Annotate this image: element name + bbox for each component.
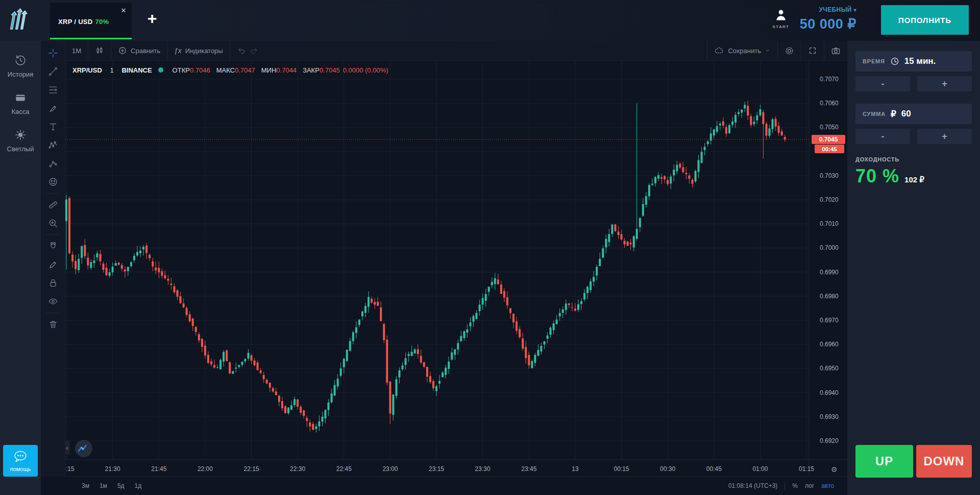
- compare-plus-icon: [118, 46, 127, 55]
- interval-button[interactable]: 1М: [65, 41, 88, 60]
- tab-close-icon[interactable]: ✕: [119, 7, 128, 15]
- tool-lock[interactable]: [41, 274, 65, 292]
- compare-button[interactable]: Сравнить: [111, 41, 167, 60]
- account-info[interactable]: УЧЕБНЫЙ ▾ 50 000 ₽: [796, 6, 856, 32]
- clock-icon: [890, 57, 899, 66]
- account-start[interactable]: START: [770, 8, 792, 29]
- legend-high: 0.7047: [235, 66, 255, 74]
- tool-smiley[interactable]: [41, 173, 65, 191]
- time-minus-button[interactable]: -: [855, 76, 910, 91]
- svg-text:00:45: 00:45: [706, 465, 722, 473]
- svg-text:0.7000: 0.7000: [820, 244, 839, 251]
- snapshot-button[interactable]: [824, 41, 847, 60]
- legend-change: 0.0000 (0.00%): [343, 66, 388, 74]
- clock-utc[interactable]: 01:08:14 (UTC+3): [728, 482, 777, 489]
- payout-percent: 70 %: [855, 166, 899, 187]
- save-layout-button[interactable]: Сохранить: [707, 41, 778, 60]
- tool-ruler[interactable]: [41, 196, 65, 214]
- range-button[interactable]: 1д: [135, 482, 142, 489]
- svg-text:0.7045: 0.7045: [819, 136, 838, 143]
- fullscreen-button[interactable]: [801, 41, 824, 60]
- pattern-icon: [48, 140, 58, 150]
- tool-eye[interactable]: [41, 292, 65, 311]
- range-button[interactable]: 3м: [82, 482, 89, 489]
- draw-icon: [48, 260, 58, 270]
- candles-icon: [95, 46, 104, 55]
- svg-text:22:30: 22:30: [290, 465, 305, 473]
- svg-text:0.6990: 0.6990: [820, 269, 839, 276]
- amount-plus-button[interactable]: +: [917, 129, 972, 144]
- down-button[interactable]: DOWN: [916, 445, 972, 478]
- chevron-down-icon: ▾: [854, 7, 856, 13]
- tool-text[interactable]: [41, 117, 65, 136]
- tool-crosshair[interactable]: [41, 44, 65, 62]
- svg-text:0.6920: 0.6920: [820, 437, 839, 444]
- amount-box[interactable]: СУММА ₽ 60: [855, 104, 972, 124]
- legend-close: 0.7045: [320, 66, 340, 74]
- amount-minus-button[interactable]: -: [855, 129, 910, 144]
- tool-brush[interactable]: [41, 99, 65, 117]
- svg-text:22:15: 22:15: [243, 465, 259, 473]
- range-button[interactable]: 5д: [117, 482, 125, 489]
- sidebar-item-history[interactable]: История: [0, 54, 41, 78]
- start-label: START: [770, 25, 792, 29]
- tab-title: XRP / USD70%: [58, 18, 109, 26]
- time-axis[interactable]: :1521:3021:4522:0022:1522:3022:4523:0023…: [66, 465, 838, 474]
- help-button[interactable]: помощь: [3, 445, 38, 477]
- chart-settings-button[interactable]: [778, 41, 801, 60]
- tool-trendline[interactable]: [41, 62, 65, 81]
- undo-redo-group: [230, 41, 265, 60]
- deposit-button[interactable]: ПОПОЛНИТЬ: [881, 5, 969, 35]
- price-axis[interactable]: 0.70700.70600.70500.70300.70200.70100.70…: [820, 76, 839, 444]
- tool-draw[interactable]: [41, 255, 65, 274]
- payout-label: ДОХОДНОСТЬ: [855, 156, 972, 162]
- current-price-badge: 0.7045: [812, 135, 845, 144]
- chart-toolbar: 1М Сравнить ƒx Индикаторы: [65, 41, 847, 61]
- amount-value: 60: [901, 109, 911, 119]
- svg-text:13: 13: [572, 465, 579, 473]
- tool-pattern[interactable]: [41, 136, 65, 154]
- time-plus-button[interactable]: +: [917, 76, 972, 91]
- tool-forecast[interactable]: [41, 154, 65, 173]
- range-button[interactable]: 1м: [100, 482, 107, 489]
- log-scale-toggle[interactable]: лог: [805, 482, 814, 489]
- chart-legend[interactable]: XRP/USD ·1 ·BINANCE ОТКР0.7046 МАКС0.704…: [72, 65, 388, 75]
- left-sidebar: История Касса Светлый: [0, 41, 41, 495]
- tool-magnet[interactable]: [41, 237, 65, 255]
- history-icon: [14, 54, 27, 66]
- brand-logo-icon[interactable]: [5, 7, 34, 34]
- undo-icon[interactable]: [237, 46, 246, 55]
- svg-text:23:00: 23:00: [382, 465, 398, 473]
- eye-icon: [48, 296, 58, 307]
- svg-text:0.6960: 0.6960: [820, 341, 839, 348]
- lock-icon: [48, 278, 58, 288]
- svg-text:00:15: 00:15: [614, 465, 629, 473]
- tab-xrp-usd[interactable]: XRP / USD70% ✕: [50, 3, 132, 39]
- top-bar: XRP / USD70% ✕ + START УЧЕБНЫЙ ▾ 50 000 …: [0, 0, 980, 41]
- add-tab-button[interactable]: +: [143, 9, 161, 28]
- time-box[interactable]: ВРЕМЯ 15 мин.: [855, 51, 972, 72]
- redo-icon[interactable]: [250, 46, 259, 55]
- svg-text:0.7020: 0.7020: [820, 196, 839, 203]
- tool-trash[interactable]: [41, 315, 65, 334]
- chart-watermark-icon[interactable]: [75, 440, 92, 457]
- brush-icon: [48, 103, 58, 113]
- up-button[interactable]: UP: [855, 445, 913, 478]
- ruler-icon: [48, 200, 58, 210]
- user-icon: [774, 8, 788, 21]
- tool-fib[interactable]: [41, 81, 65, 99]
- percent-scale-toggle[interactable]: %: [792, 482, 798, 489]
- sidebar-item-theme[interactable]: Светлый: [0, 129, 41, 153]
- sidebar-item-cashier[interactable]: Касса: [0, 91, 41, 115]
- candlestick-chart[interactable]: 0.70700.70600.70500.70300.70200.70100.70…: [65, 60, 847, 477]
- chevron-down-icon: [765, 48, 771, 54]
- collapse-toolbar-handle[interactable]: ‹: [65, 440, 70, 455]
- auto-scale-toggle[interactable]: авто: [821, 482, 834, 489]
- text-icon: [48, 122, 58, 132]
- chart-style-button[interactable]: [88, 41, 111, 60]
- indicators-button[interactable]: ƒx Индикаторы: [167, 41, 230, 60]
- tool-zoom-in[interactable]: [41, 214, 65, 232]
- fib-icon: [48, 85, 58, 95]
- theme-sun-icon: [14, 129, 27, 141]
- expand-icon: [808, 46, 817, 55]
